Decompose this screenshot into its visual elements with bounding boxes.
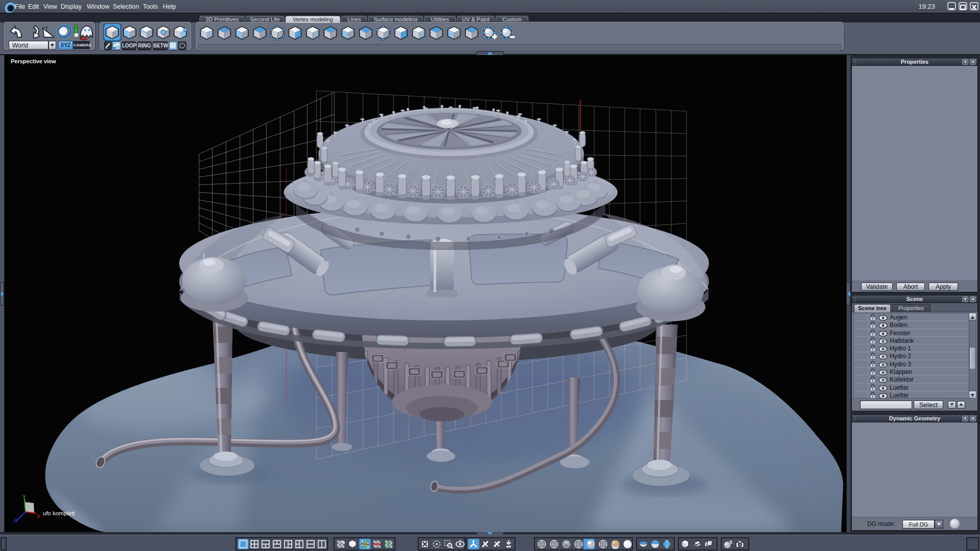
svg-text:Perspective view: Perspective view	[11, 58, 56, 64]
svg-text:Y: Y	[22, 494, 26, 500]
svg-text:Z: Z	[14, 518, 17, 523]
svg-text:ufo komplett: ufo komplett	[43, 510, 75, 516]
svg-text:X: X	[37, 514, 40, 519]
